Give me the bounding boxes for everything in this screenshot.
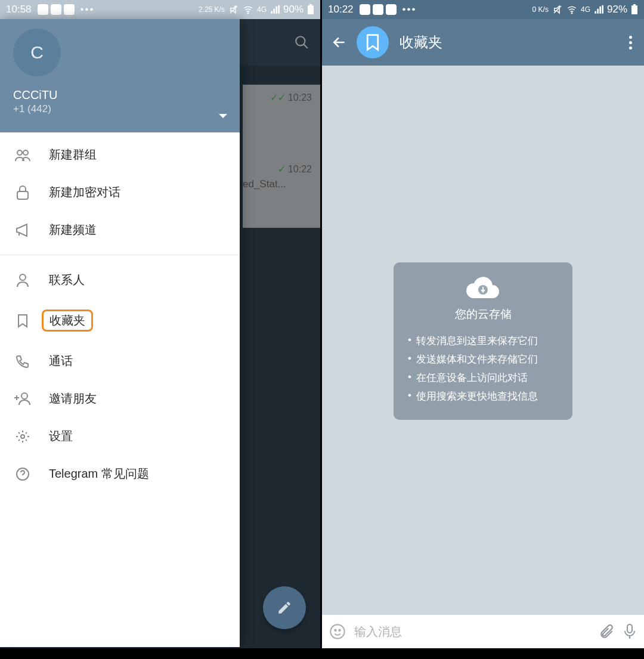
svg-point-22 bbox=[335, 630, 336, 631]
message-composer bbox=[322, 615, 644, 648]
drawer-item-label: 新建频道 bbox=[49, 222, 97, 238]
message-input[interactable] bbox=[354, 625, 590, 639]
saved-avatar[interactable] bbox=[357, 26, 389, 58]
chevron-down-icon[interactable] bbox=[218, 113, 228, 119]
svg-rect-0 bbox=[38, 4, 48, 15]
bookmark-icon bbox=[14, 314, 31, 328]
appbar-title: 收藏夹 bbox=[400, 33, 617, 52]
svg-rect-4 bbox=[308, 5, 314, 14]
mute-icon bbox=[228, 4, 239, 15]
avatar[interactable]: C bbox=[13, 29, 61, 76]
cloud-bullet: 发送媒体和文件来存储它们 bbox=[408, 350, 558, 369]
status-network: 4G bbox=[257, 5, 267, 14]
status-speed: 0 K/s bbox=[532, 6, 549, 13]
drawer-item-contacts[interactable]: 联系人 bbox=[0, 261, 240, 299]
svg-rect-14 bbox=[360, 4, 370, 15]
megaphone-icon bbox=[14, 224, 31, 237]
drawer-item-label: 邀请朋友 bbox=[49, 391, 97, 407]
group-icon bbox=[14, 148, 31, 162]
drawer-item-label: 收藏夹 bbox=[42, 310, 93, 332]
drawer-list: 新建群组 新建加密对话 新建频道 联系人 bbox=[0, 132, 240, 647]
svg-rect-9 bbox=[17, 191, 28, 199]
account-name: CCCiTU bbox=[13, 88, 229, 102]
left-phone: 10:58 ••• 2.25 K/s 4G 90% bbox=[0, 0, 320, 659]
status-speed: 2.25 K/s bbox=[199, 6, 225, 13]
cloud-info-card: 您的云存储 转发消息到这里来保存它们 发送媒体和文件来存储它们 在任意设备上访问… bbox=[394, 262, 572, 420]
drawer-item-new-channel[interactable]: 新建频道 bbox=[0, 211, 240, 249]
drawer-item-faq[interactable]: Telegram 常见问题 bbox=[0, 455, 240, 493]
android-navbar bbox=[0, 648, 320, 659]
cloud-bullet: 使用搜索来更快地查找信息 bbox=[408, 387, 558, 406]
app-bar: 收藏夹 bbox=[322, 19, 644, 66]
cloud-title: 您的云存储 bbox=[408, 307, 558, 322]
svg-rect-16 bbox=[386, 4, 397, 15]
svg-rect-2 bbox=[64, 4, 75, 15]
svg-point-23 bbox=[339, 630, 340, 631]
status-network: 4G bbox=[581, 5, 590, 14]
emoji-icon[interactable] bbox=[329, 623, 346, 640]
cloud-download-icon bbox=[408, 274, 558, 301]
invite-icon bbox=[14, 392, 31, 406]
wifi-icon bbox=[566, 4, 577, 15]
drawer-item-label: 联系人 bbox=[49, 272, 85, 288]
drawer-item-label: 通话 bbox=[49, 353, 73, 369]
person-icon bbox=[14, 273, 31, 287]
signal-icon bbox=[270, 5, 280, 14]
back-icon[interactable] bbox=[328, 30, 351, 55]
drawer-item-invite[interactable]: 邀请朋友 bbox=[0, 380, 240, 417]
lock-icon bbox=[14, 185, 31, 200]
status-bar: 10:22 ••• 0 K/s 4G 92% bbox=[322, 0, 644, 19]
drawer-item-label: 新建群组 bbox=[49, 147, 97, 163]
status-time: 10:22 bbox=[328, 4, 354, 16]
status-battery: 90% bbox=[283, 4, 304, 16]
cloud-bullet: 在任意设备上访问此对话 bbox=[408, 369, 558, 387]
svg-rect-18 bbox=[631, 5, 637, 14]
mic-icon[interactable] bbox=[623, 623, 637, 640]
account-phone: +1 (442) bbox=[13, 103, 229, 115]
svg-point-21 bbox=[330, 624, 344, 638]
status-app-icons bbox=[360, 4, 397, 15]
svg-point-10 bbox=[20, 274, 26, 280]
phone-icon bbox=[14, 354, 31, 369]
drawer-header[interactable]: C CCCiTU +1 (442) bbox=[0, 19, 240, 132]
svg-point-11 bbox=[21, 393, 27, 399]
svg-point-3 bbox=[247, 13, 249, 14]
svg-point-17 bbox=[571, 13, 572, 14]
battery-icon bbox=[631, 4, 638, 15]
status-battery: 92% bbox=[607, 4, 627, 16]
drawer-item-calls[interactable]: 通话 bbox=[0, 342, 240, 380]
drawer-item-saved[interactable]: 收藏夹 bbox=[0, 299, 240, 342]
signal-icon bbox=[594, 5, 603, 14]
gear-icon bbox=[14, 429, 31, 444]
drawer-item-settings[interactable]: 设置 bbox=[0, 417, 240, 455]
drawer-item-label: Telegram 常见问题 bbox=[49, 466, 149, 482]
attach-icon[interactable] bbox=[599, 624, 614, 639]
more-menu-icon[interactable] bbox=[623, 31, 638, 54]
status-overflow-icon: ••• bbox=[80, 4, 95, 16]
svg-point-12 bbox=[21, 435, 24, 438]
drawer-item-label: 新建加密对话 bbox=[49, 184, 120, 200]
compose-fab[interactable] bbox=[263, 586, 306, 629]
svg-point-8 bbox=[23, 150, 28, 155]
drawer-item-label: 设置 bbox=[49, 428, 73, 444]
cloud-bullet: 转发消息到这里来保存它们 bbox=[408, 332, 558, 350]
right-phone: 10:22 ••• 0 K/s 4G 92% bbox=[322, 0, 644, 659]
chat-area: 您的云存储 转发消息到这里来保存它们 发送媒体和文件来存储它们 在任意设备上访问… bbox=[322, 66, 644, 616]
status-time: 10:58 bbox=[6, 4, 32, 16]
svg-rect-24 bbox=[627, 624, 632, 633]
status-bar: 10:58 ••• 2.25 K/s 4G 90% bbox=[0, 0, 320, 19]
svg-rect-19 bbox=[633, 4, 636, 5]
svg-rect-5 bbox=[309, 4, 312, 5]
battery-icon bbox=[307, 4, 314, 15]
status-app-icons bbox=[38, 4, 75, 15]
wifi-icon bbox=[243, 4, 253, 15]
svg-rect-1 bbox=[51, 4, 61, 15]
navigation-drawer: C CCCiTU +1 (442) 新建群组 新建加密对话 bbox=[0, 19, 240, 647]
svg-point-7 bbox=[17, 150, 22, 155]
drawer-item-new-group[interactable]: 新建群组 bbox=[0, 136, 240, 174]
drawer-item-secret-chat[interactable]: 新建加密对话 bbox=[0, 174, 240, 211]
android-navbar bbox=[322, 648, 644, 659]
help-icon bbox=[14, 467, 31, 481]
status-overflow-icon: ••• bbox=[402, 4, 417, 16]
mute-icon bbox=[552, 4, 563, 15]
